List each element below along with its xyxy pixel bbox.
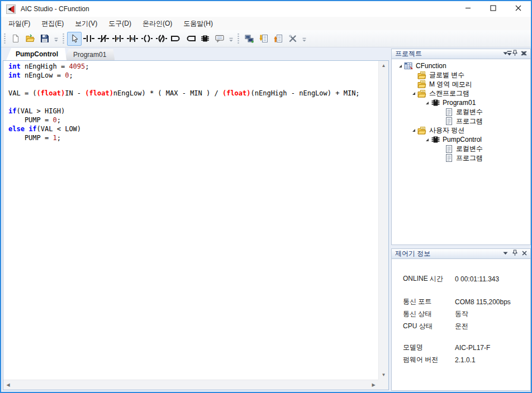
code-token: VAL = ( xyxy=(8,89,37,97)
code-token: ; xyxy=(57,116,61,124)
code-text-area[interactable]: int nEngHigh = 4095;int nEngLow = 0;VAL … xyxy=(3,61,378,380)
output-right-button[interactable] xyxy=(169,32,183,46)
contact-positive-icon: P xyxy=(112,34,124,43)
tree-item-program01-local-vars[interactable]: 로컬변수 xyxy=(392,108,530,117)
contact-positive-edge-button[interactable]: P xyxy=(111,32,125,46)
coil-negated-icon xyxy=(156,34,167,43)
toolbar-grip[interactable] xyxy=(3,33,6,44)
controller-close-button[interactable] xyxy=(520,250,529,258)
controller-info-rows: ONLINE 시간0 00:01:11.343통신 포트COM8 115,200… xyxy=(392,259,530,365)
tree-expander-icon[interactable] xyxy=(410,128,417,133)
svg-text:N: N xyxy=(131,36,134,41)
tab-program01[interactable]: Program01 xyxy=(64,49,115,60)
new-button[interactable] xyxy=(8,32,23,46)
tree-item-global-vars[interactable]: 글로벌 변수 xyxy=(392,71,530,80)
tab-list-button[interactable] xyxy=(505,50,513,57)
svg-text:P: P xyxy=(116,36,120,41)
chevron-down-icon xyxy=(502,250,509,258)
tree-item-pumpcontrol-program[interactable]: 프로그램 xyxy=(392,154,530,163)
controller-pin-button[interactable] xyxy=(510,250,520,258)
open-button[interactable] xyxy=(23,32,37,46)
info-label: ONLINE 시간 xyxy=(403,274,455,284)
coil-negated-button[interactable] xyxy=(154,32,169,46)
comm-port-row: 통신 포트COM8 115,200bps xyxy=(403,297,530,306)
code-token: if xyxy=(8,107,16,115)
comment-icon xyxy=(215,34,224,43)
toolbar-grip[interactable] xyxy=(237,33,240,44)
controller-menu-button[interactable] xyxy=(501,250,510,258)
tree-item-label: 프로그램 xyxy=(456,117,483,126)
code-token: int xyxy=(8,71,21,79)
code-token: ; xyxy=(57,134,61,142)
info-label: 펌웨어 버전 xyxy=(403,355,455,365)
output-right-icon xyxy=(170,34,182,43)
tools-button[interactable] xyxy=(286,32,300,46)
tree-item-user-functions[interactable]: 사용자 펑션 xyxy=(392,126,530,136)
code-editor: int nEngHigh = 4095;int nEngLow = 0;VAL … xyxy=(3,60,389,390)
tree-item-label: M 영역 메모리 xyxy=(429,80,472,89)
menu-tools[interactable]: 도구(D) xyxy=(103,17,137,31)
menu-file[interactable]: 파일(F) xyxy=(3,17,36,31)
upload-button[interactable] xyxy=(271,32,286,46)
menu-edit[interactable]: 편집(E) xyxy=(36,17,69,31)
scroll-up-icon[interactable]: ▲ xyxy=(379,61,388,70)
save-button[interactable] xyxy=(37,32,52,46)
tree-expander-icon[interactable] xyxy=(423,137,431,142)
tree-expander-icon[interactable] xyxy=(423,100,431,106)
tree-expander-icon[interactable] xyxy=(410,91,417,96)
comment-button[interactable] xyxy=(212,32,227,46)
download-button[interactable] xyxy=(256,32,271,46)
coil-icon xyxy=(141,34,153,43)
info-value: 동작 xyxy=(455,309,468,319)
menu-view[interactable]: 보기(V) xyxy=(69,17,103,31)
scroll-right-icon[interactable]: ▶ xyxy=(369,380,378,390)
code-token: (float) xyxy=(85,89,113,97)
contact-open-button[interactable] xyxy=(82,32,96,46)
upload-icon xyxy=(274,34,283,43)
online-toolbar xyxy=(236,31,309,46)
maximize-button[interactable] xyxy=(481,1,506,17)
title-bar: AIC Studio - CFunction xyxy=(1,1,531,17)
overflow-chevron-icon[interactable] xyxy=(54,35,59,45)
scroll-left-icon[interactable]: ◀ xyxy=(3,380,13,390)
menu-help[interactable]: 도움말(H) xyxy=(178,17,218,31)
tab-pumpcontrol[interactable]: PumpControl xyxy=(6,48,66,60)
tree-item-program01-program[interactable]: 프로그램 xyxy=(392,117,530,126)
tree-item-pumpcontrol[interactable]: PumpControl xyxy=(392,135,530,145)
select-tool-button[interactable] xyxy=(67,32,82,46)
tree-expander-icon[interactable] xyxy=(396,64,404,69)
tools-icon xyxy=(288,34,297,43)
tree-item-cfunction[interactable]: CFunction xyxy=(392,61,530,71)
code-token: 4095 xyxy=(69,63,85,70)
scroll-down-icon[interactable]: ▼ xyxy=(379,370,388,380)
save-icon xyxy=(40,34,49,43)
connect-button[interactable] xyxy=(242,32,256,46)
close-button[interactable] xyxy=(506,1,531,17)
contact-closed-button[interactable] xyxy=(96,32,111,46)
tree-item-program01[interactable]: Program01 xyxy=(392,98,530,108)
info-value: 2.1.0.1 xyxy=(455,356,476,364)
menu-online[interactable]: 온라인(O) xyxy=(137,17,178,31)
output-left-button[interactable] xyxy=(183,32,198,46)
project-icon xyxy=(404,61,414,70)
app-window: AIC Studio - CFunction 파일(F)편집(E)보기(V)도구… xyxy=(0,0,532,393)
code-line: if(VAL > HIGH) xyxy=(8,107,378,116)
tree-item-m-memory[interactable]: M 영역 메모리 xyxy=(392,80,530,89)
code-token: nEngHigh = xyxy=(21,63,69,70)
connect-icon xyxy=(245,34,254,43)
tree-item-scan-programs[interactable]: 스캔프로그램 xyxy=(392,89,530,99)
code-token: int xyxy=(8,63,21,70)
vertical-scrollbar[interactable]: ▲ ▼ xyxy=(378,61,388,380)
close-document-button[interactable] xyxy=(519,50,527,57)
project-panel: 프로젝트 CFunction글로벌 변수M 영역 메모리스캔프로그램Progra… xyxy=(391,49,531,245)
controller-panel-header: 제어기 정보 xyxy=(391,248,531,259)
overflow-chevron-icon[interactable] xyxy=(302,35,307,45)
tree-item-pumpcontrol-local-vars[interactable]: 로컬변수 xyxy=(392,145,530,154)
function-block-button[interactable] xyxy=(198,32,212,46)
toolbar-grip[interactable] xyxy=(62,33,65,44)
contact-negative-edge-button[interactable]: N xyxy=(125,32,140,46)
minimize-button[interactable] xyxy=(455,1,481,17)
overflow-chevron-icon[interactable] xyxy=(229,35,234,45)
coil-button[interactable] xyxy=(140,32,154,46)
horizontal-scrollbar[interactable]: ◀ ▶ xyxy=(3,380,378,390)
